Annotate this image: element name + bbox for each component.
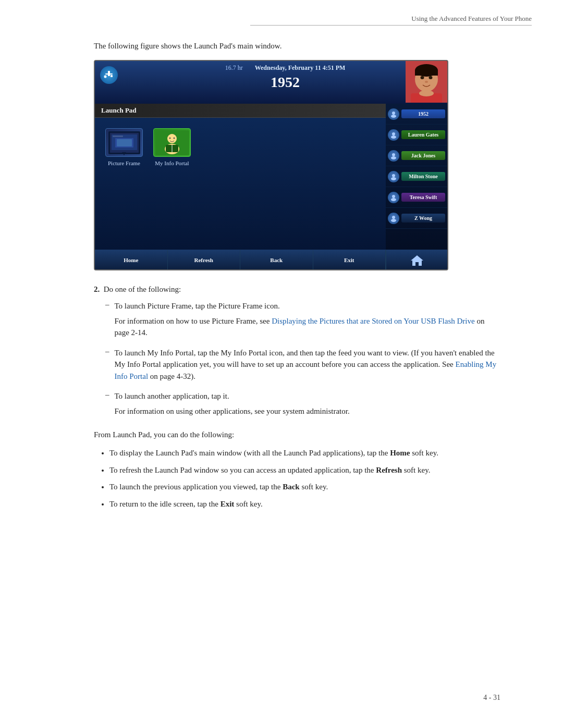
svg-rect-18 [117,139,132,146]
body-text: 2. Do one of the following: – To launch … [94,285,500,510]
svg-point-32 [392,174,395,177]
contact-btn-lauren-gates[interactable]: Lauren Gates [401,130,445,139]
svg-rect-7 [415,70,438,76]
home-icon-btn[interactable] [386,250,447,269]
contact-btn-z-wong[interactable]: Z Wong [401,214,445,223]
bullet-content-3: To launch another application, tap it. F… [115,390,501,420]
svg-point-35 [391,198,396,201]
bullet-3-sub: For information on using other applicati… [115,405,501,417]
svg-point-33 [391,177,396,180]
from-bullet-home: To display the Launch Pad's main window … [109,447,500,459]
contact-jack-jones[interactable]: Jack Jones [386,145,447,166]
contact-btn-1952[interactable]: 1952 [401,109,445,118]
softkey-bar: Home Refresh Back Exit [95,250,447,269]
svg-point-37 [391,219,396,222]
exit-softkey[interactable]: Exit [313,250,386,269]
svg-point-12 [419,90,434,96]
dash-1: – [105,300,109,309]
picture-frame-app[interactable]: Picture Frame [105,128,143,166]
contact-icon-lauren [388,129,399,141]
svg-rect-3 [111,75,113,77]
contact-icon-jack [388,150,399,162]
svg-point-2 [104,75,107,78]
svg-point-34 [392,195,395,198]
phone-main-area: Launch Pad [95,104,447,250]
phone-ui-screenshot: 16.7 hr Wednesday, February 11 4:51 PM 1… [94,60,448,270]
bullet-1-main: To launch Picture Frame, tap the Picture… [115,300,501,312]
launch-pad-title: Launch Pad [95,104,386,118]
svg-point-29 [391,135,396,139]
svg-point-26 [392,112,395,115]
page-header: Using the Advanced Features of Your Phon… [250,15,532,26]
bullet-1-sub: For information on how to use Picture Fr… [115,315,501,339]
from-bullet-refresh: To refresh the Launch Pad window so you … [109,464,500,476]
picture-frame-link[interactable]: Displaying the Pictures that are Stored … [272,317,475,325]
refresh-softkey[interactable]: Refresh [168,250,241,269]
launch-pad-area: Launch Pad [95,104,386,250]
svg-point-10 [425,81,428,83]
picture-frame-label: Picture Frame [108,160,140,166]
contact-lauren-gates[interactable]: Lauren Gates [386,125,447,145]
contact-icon-zwong [388,213,399,224]
step2-text: Do one of the following: [104,285,181,293]
svg-rect-1 [105,73,113,75]
info-portal-icon [153,128,191,157]
contact-btn-milton-stone[interactable]: Milton Stone [401,172,445,181]
home-softkey[interactable]: Home [95,250,168,269]
step-2-header: 2. Do one of the following: [94,285,500,294]
enable-portal-link[interactable]: Enabling My Info Portal [115,360,497,380]
header-text: Using the Advanced Features of Your Phon… [411,15,532,22]
step-number: 2. [94,285,100,293]
usb-icon [100,66,118,84]
dash-2: – [105,347,109,356]
from-bullet-exit: To return to the idle screen, tap the Ex… [109,498,500,510]
bullet-content-1: To launch Picture Frame, tap the Picture… [115,300,501,342]
bullet-3-main: To launch another application, tap it. [115,390,501,402]
contact-btn-jack-jones[interactable]: Jack Jones [401,151,445,160]
bullet-picture-frame: – To launch Picture Frame, tap the Pictu… [105,300,500,342]
svg-rect-16 [113,135,123,137]
intro-paragraph: The following figure shows the Launch Pa… [94,42,500,51]
svg-point-24 [169,137,170,139]
status-datetime: 16.7 hr Wednesday, February 11 4:51 PM [225,64,346,72]
bullet-info-portal: – To launch My Info Portal, tap the My I… [105,347,500,386]
picture-frame-icon [105,128,143,157]
battery-life: 16.7 hr [225,64,243,71]
contact-teresa-swift[interactable]: Teresa Swift [386,187,447,208]
datetime: Wednesday, February 11 4:51 PM [255,64,346,71]
svg-point-8 [421,76,424,79]
contacts-sidebar: 1952 Lauren Gates [386,104,447,250]
info-portal-label: My Info Portal [155,160,189,166]
bullet-other-app: – To launch another application, tap it.… [105,390,500,420]
contact-icon-milton [388,171,399,182]
contact-btn-teresa-swift[interactable]: Teresa Swift [401,193,445,202]
step-bullets: – To launch Picture Frame, tap the Pictu… [105,300,500,420]
bullet-2-main: To launch My Info Portal, tap the My Inf… [115,347,501,382]
svg-point-27 [391,115,396,118]
contact-z-wong[interactable]: Z Wong [386,208,447,229]
page-number: 4 - 31 [483,694,500,702]
svg-point-25 [173,137,175,139]
bullet-content-2: To launch My Info Portal, tap the My Inf… [115,347,501,386]
contact-milton-stone[interactable]: Milton Stone [386,166,447,187]
extension-number: 1952 [271,73,300,94]
intro-text: The following figure shows the Launch Pa… [94,42,282,50]
info-portal-app[interactable]: My Info Portal [153,128,191,166]
app-grid: Picture Frame [95,118,386,177]
contact-1952[interactable]: 1952 [386,104,447,125]
dash-3: – [105,390,109,399]
from-bullets-list: To display the Launch Pad's main window … [109,447,500,510]
from-bullet-back: To launch the previous application you v… [109,481,500,493]
svg-point-36 [392,216,395,219]
avatar [406,61,447,103]
contact-icon-teresa [388,192,399,203]
contact-icon-1952 [388,108,399,120]
svg-point-30 [392,153,395,156]
svg-point-28 [392,132,395,135]
svg-point-9 [429,76,433,79]
svg-point-31 [391,156,396,159]
from-section-header: From Launch Pad, you can do the followin… [94,428,500,441]
back-softkey[interactable]: Back [240,250,313,269]
